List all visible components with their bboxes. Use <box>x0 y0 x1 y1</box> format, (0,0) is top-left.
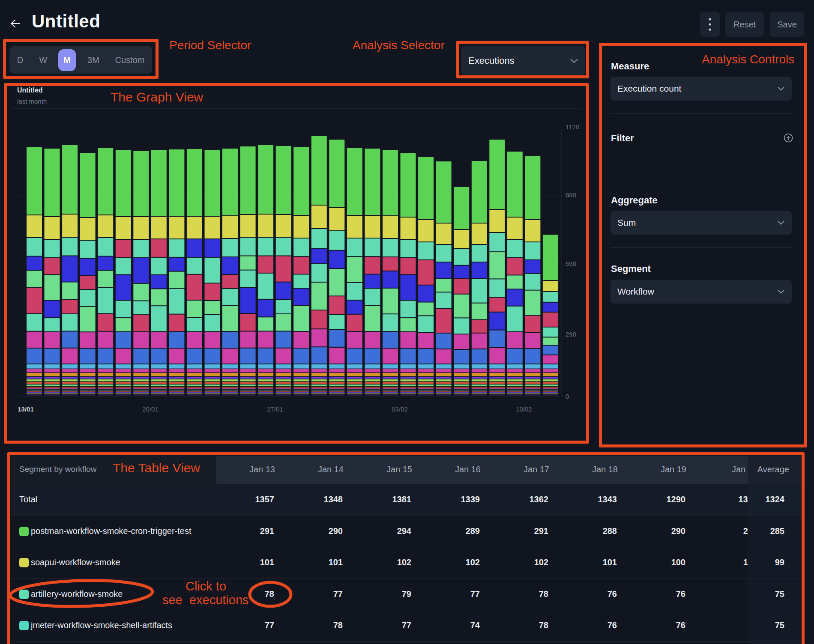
svg-text:1170: 1170 <box>566 123 579 131</box>
svg-text:13/01: 13/01 <box>18 405 34 413</box>
svg-text:0: 0 <box>566 393 569 400</box>
svg-text:27/01: 27/01 <box>267 405 283 413</box>
svg-text:10/02: 10/02 <box>516 405 532 413</box>
svg-text:590: 590 <box>566 260 576 267</box>
svg-text:03/02: 03/02 <box>392 405 408 413</box>
svg-text:880: 880 <box>566 191 576 199</box>
svg-text:20/01: 20/01 <box>142 405 159 413</box>
svg-text:290: 290 <box>566 331 576 338</box>
